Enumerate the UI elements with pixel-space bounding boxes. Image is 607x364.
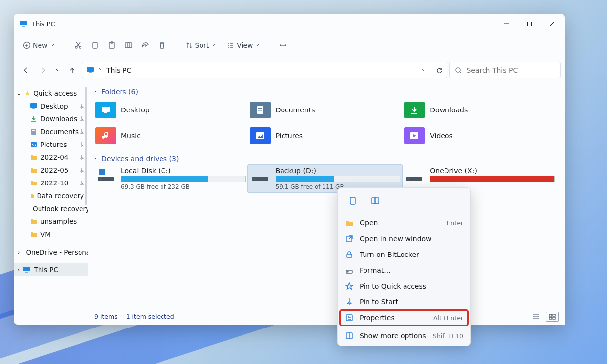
this-pc-icon (86, 66, 94, 74)
svg-rect-0 (20, 21, 27, 25)
sidebar-item-folder[interactable]: 2022-05 (14, 164, 88, 177)
forward-button[interactable] (36, 62, 51, 78)
lock-icon (345, 250, 354, 259)
svg-rect-53 (347, 254, 352, 257)
new-button[interactable]: New (19, 39, 59, 52)
desktop-icon (95, 102, 116, 118)
sidebar-item-pictures[interactable]: Pictures (14, 138, 88, 151)
sidebar-label: Downloads (40, 115, 77, 123)
paste-button[interactable] (105, 38, 119, 52)
sidebar-item-documents[interactable]: Documents (14, 125, 88, 138)
ctx-rename-button[interactable] (366, 193, 384, 209)
ctx-label: Show more options (360, 332, 426, 340)
sidebar-label: Quick access (33, 89, 77, 97)
minimize-button[interactable] (495, 14, 518, 34)
maximize-button[interactable] (518, 14, 541, 34)
pin-icon (79, 180, 85, 186)
recent-locations-button[interactable] (53, 62, 62, 78)
sidebar-item-folder[interactable]: 2022-10 (14, 177, 88, 189)
svg-rect-45 (549, 314, 552, 316)
sidebar-label: This PC (34, 266, 58, 274)
pictures-icon (30, 141, 38, 148)
folder-documents[interactable]: Documents (248, 98, 403, 122)
svg-rect-49 (350, 197, 355, 204)
up-button[interactable] (64, 62, 80, 78)
share-button[interactable] (138, 38, 152, 52)
search-icon (455, 67, 461, 74)
section-folders-header[interactable]: Folders (6) (93, 88, 557, 96)
delete-button[interactable] (155, 38, 169, 52)
desktop-icon (30, 102, 38, 110)
svg-rect-46 (553, 314, 555, 316)
drive-free-text: 69.3 GB free of 232 GB (121, 183, 246, 190)
sidebar-item-desktop[interactable]: Desktop (14, 100, 88, 112)
sidebar-item-folder[interactable]: unsamples (14, 215, 88, 228)
folder-desktop[interactable]: Desktop (93, 98, 248, 122)
ctx-shortcut: Alt+Enter (433, 314, 463, 322)
sort-button[interactable]: Sort (181, 39, 220, 52)
sidebar-item-folder[interactable]: VM (14, 228, 88, 241)
ctx-item-pin-to-quick-access[interactable]: Pin to Quick access (340, 278, 468, 294)
pin-icon (79, 142, 85, 147)
ctx-item-turn-on-bitlocker[interactable]: Turn on BitLocker (340, 247, 468, 262)
back-button[interactable] (18, 62, 34, 78)
content-area: Folders (6) Desktop Documents Downloads (88, 83, 565, 325)
sort-label: Sort (195, 41, 209, 49)
sidebar-item-downloads[interactable]: Downloads (14, 112, 88, 125)
sidebar-item-folder[interactable]: Data recovery (14, 189, 88, 202)
folder-pictures[interactable]: Pictures (248, 123, 403, 148)
search-input[interactable] (465, 66, 555, 74)
rename-button[interactable] (121, 38, 135, 52)
svg-rect-51 (375, 198, 379, 204)
ctx-copy-button[interactable] (344, 193, 362, 209)
music-icon (95, 127, 116, 144)
search-box[interactable] (449, 62, 561, 78)
folder-videos[interactable]: Videos (402, 123, 557, 148)
address-bar[interactable]: This PC (82, 62, 447, 78)
more-button[interactable] (276, 38, 290, 52)
ctx-item-show-more-options[interactable]: Show more options Shift+F10 (340, 328, 468, 344)
svg-rect-19 (32, 108, 35, 109)
ctx-item-format-[interactable]: Format... (340, 262, 468, 278)
sidebar-this-pc[interactable]: › This PC (14, 263, 88, 276)
sidebar-label: Outlook recovery (33, 205, 88, 213)
ctx-label: Format... (360, 266, 391, 274)
svg-rect-18 (30, 103, 37, 108)
documents-icon (250, 102, 271, 118)
pin-icon (79, 103, 85, 109)
svg-point-5 (75, 46, 77, 48)
folder-downloads[interactable]: Downloads (402, 98, 557, 122)
details-view-button[interactable] (530, 312, 543, 322)
folder-label: Videos (430, 132, 453, 140)
svg-point-55 (347, 271, 348, 272)
section-drives-header[interactable]: Devices and drives (3) (93, 155, 557, 163)
explorer-window: This PC New Sort View (14, 14, 565, 325)
ctx-item-pin-to-start[interactable]: Pin to Start (340, 294, 468, 310)
chevron-right-icon: › (18, 267, 20, 273)
sidebar-item-folder[interactable]: 2022-04 (14, 151, 88, 164)
refresh-button[interactable] (436, 67, 443, 74)
ctx-item-open[interactable]: Open Enter (340, 215, 468, 231)
sidebar-label: Desktop (40, 102, 68, 110)
section-label: Folders (6) (101, 88, 138, 96)
sidebar-quick-access[interactable]: ⌄ ★ Quick access (14, 87, 88, 100)
breadcrumb[interactable]: This PC (106, 66, 131, 74)
ctx-label: Pin to Start (360, 298, 398, 306)
folder-music[interactable]: Music (93, 123, 248, 148)
sidebar-onedrive[interactable]: › OneDrive - Personal (14, 246, 88, 258)
view-button[interactable]: View (223, 39, 264, 52)
sidebar-item-folder[interactable]: Outlook recovery (14, 202, 88, 215)
ctx-item-properties[interactable]: Properties Alt+Enter (340, 310, 468, 326)
tiles-view-button[interactable] (546, 312, 559, 322)
close-button[interactable] (541, 14, 564, 34)
pin-start-icon (345, 297, 354, 306)
cut-button[interactable] (71, 38, 85, 52)
ctx-label: Turn on BitLocker (360, 251, 419, 258)
chevron-down-icon[interactable] (421, 67, 427, 73)
sidebar-label: 2022-05 (40, 166, 68, 174)
svg-rect-38 (102, 172, 105, 175)
ctx-label: Properties (360, 314, 395, 322)
ctx-item-open-in-new-window[interactable]: Open in new window (340, 231, 468, 247)
copy-button[interactable] (88, 38, 102, 52)
drive-item[interactable]: Local Disk (C:) 69.3 GB free of 232 GB (93, 165, 248, 192)
